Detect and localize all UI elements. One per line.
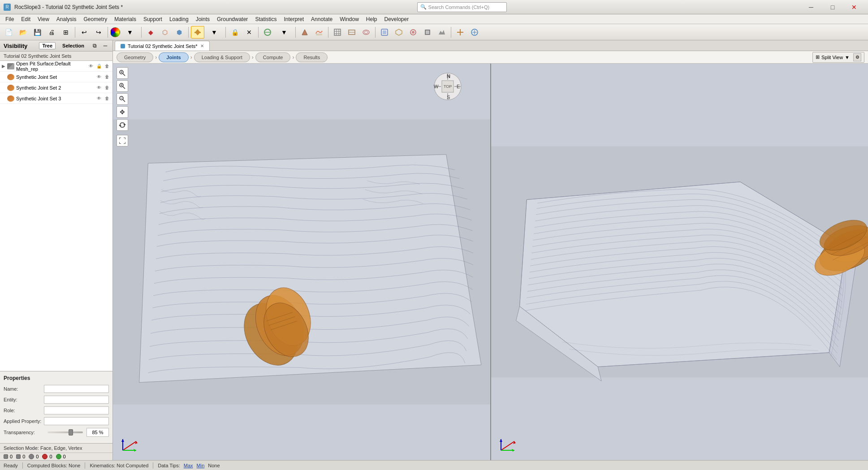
lock-button[interactable]: 🔒 bbox=[228, 26, 242, 39]
new-button[interactable]: 📄 bbox=[2, 26, 15, 39]
transparency-value[interactable]: 85 % bbox=[86, 428, 109, 437]
tree-content[interactable]: ▶ Open Pit Surface:Default Mesh_rep 👁 🔒 … bbox=[0, 61, 112, 371]
rotate-button[interactable] bbox=[117, 119, 128, 131]
clip-dropdown[interactable]: ▼ bbox=[275, 26, 293, 39]
workflow-loading[interactable]: Loading & Support bbox=[194, 52, 250, 62]
display-button1[interactable] bbox=[378, 26, 391, 39]
joint1-visibility-button[interactable]: 👁 bbox=[95, 73, 103, 81]
menu-statistics[interactable]: Statistics bbox=[251, 14, 280, 24]
terrain-lock-button[interactable]: 🔒 bbox=[95, 63, 103, 70]
menu-developer[interactable]: Developer bbox=[381, 14, 413, 24]
menu-loading[interactable]: Loading bbox=[166, 14, 192, 24]
sections-button[interactable] bbox=[345, 26, 358, 39]
prop-role-label: Role: bbox=[4, 408, 44, 413]
menu-groundwater[interactable]: Groundwater bbox=[213, 14, 251, 24]
prop-role-value[interactable] bbox=[44, 406, 109, 414]
menu-view[interactable]: View bbox=[34, 14, 53, 24]
toolbar-separator-7 bbox=[295, 27, 296, 38]
close-button[interactable]: ✕ bbox=[844, 0, 864, 14]
maximize-button[interactable]: □ bbox=[822, 0, 843, 14]
color-button[interactable] bbox=[110, 27, 120, 37]
excavation-button[interactable] bbox=[298, 26, 311, 39]
clip-button[interactable] bbox=[261, 26, 274, 39]
terrain-delete-button[interactable]: 🗑 bbox=[104, 63, 111, 70]
menu-file[interactable]: File bbox=[2, 14, 17, 24]
expand-button[interactable] bbox=[117, 135, 128, 147]
surface-button[interactable] bbox=[312, 26, 326, 39]
menu-edit[interactable]: Edit bbox=[17, 14, 34, 24]
transparency-slider[interactable] bbox=[48, 431, 83, 433]
save-button[interactable]: 💾 bbox=[30, 26, 44, 39]
joint2-delete-button[interactable]: 🗑 bbox=[104, 84, 111, 91]
split-view-controls[interactable]: ⊞ Split View ▼ ⚙ bbox=[812, 52, 864, 63]
split-view-dropdown[interactable]: ▼ bbox=[845, 55, 850, 60]
viewport-right[interactable] bbox=[491, 64, 868, 460]
joint-tool-dropdown[interactable]: ▼ bbox=[205, 26, 223, 39]
pan-button[interactable]: ✥ bbox=[117, 106, 128, 118]
face-button[interactable]: ⬡ bbox=[158, 26, 172, 39]
workflow-joints[interactable]: Joints bbox=[159, 52, 188, 62]
prop-applied-value[interactable] bbox=[44, 417, 109, 425]
body-button[interactable]: ⬢ bbox=[173, 26, 186, 39]
preferences-button[interactable]: ⊞ bbox=[59, 26, 73, 39]
titlebar: R RocSlope3 - Tutorial 02 Synthetic Join… bbox=[0, 0, 868, 14]
terrain-visibility-button[interactable]: 👁 bbox=[87, 63, 95, 70]
tree-item-terrain[interactable]: ▶ Open Pit Surface:Default Mesh_rep 👁 🔒 … bbox=[0, 61, 112, 72]
joint-tool-button[interactable] bbox=[191, 26, 204, 39]
menu-interpret[interactable]: Interpret bbox=[280, 14, 307, 24]
workflow-compute[interactable]: Compute bbox=[255, 52, 291, 62]
prop-name-value[interactable] bbox=[44, 385, 109, 393]
tab-selection[interactable]: Selection bbox=[59, 42, 87, 49]
panel-settings-button[interactable]: ⚙ bbox=[853, 53, 861, 61]
tree-item-joint3[interactable]: Synthetic Joint Set 3 👁 🗑 bbox=[0, 93, 112, 104]
vertex-button[interactable]: ◆ bbox=[144, 26, 157, 39]
panel-collapse-button[interactable]: ─ bbox=[102, 42, 109, 49]
joint3-delete-button[interactable]: 🗑 bbox=[104, 95, 111, 102]
open-button[interactable]: 📂 bbox=[16, 26, 30, 39]
app-icon: R bbox=[4, 4, 11, 11]
display-button4[interactable] bbox=[421, 26, 434, 39]
display-button5[interactable] bbox=[435, 26, 449, 39]
undo-button[interactable]: ↩ bbox=[78, 26, 91, 39]
menu-analysis[interactable]: Analysis bbox=[53, 14, 80, 24]
minimize-button[interactable]: ─ bbox=[801, 0, 821, 14]
viewport-left[interactable]: N S E W TOP bbox=[113, 64, 491, 460]
menu-window[interactable]: Window bbox=[336, 14, 363, 24]
slider-thumb[interactable] bbox=[69, 429, 73, 436]
tab-tree[interactable]: Tree bbox=[39, 42, 56, 49]
panel-detach-button[interactable]: ⧉ bbox=[91, 42, 98, 49]
select-button[interactable]: ▼ bbox=[121, 26, 139, 39]
zoom-fit-button[interactable] bbox=[117, 67, 128, 79]
redo-button[interactable]: ↪ bbox=[92, 26, 105, 39]
main-tab[interactable]: Tutorial 02 Synthetic Joint Sets* ✕ bbox=[115, 41, 210, 51]
joint2-visibility-button[interactable]: 👁 bbox=[95, 84, 103, 91]
display-button3[interactable] bbox=[406, 26, 420, 39]
unlock-button[interactable]: ✕ bbox=[242, 26, 256, 39]
menu-annotate[interactable]: Annotate bbox=[307, 14, 336, 24]
transparency-label: Transparency: bbox=[4, 430, 44, 435]
workflow-results[interactable]: Results bbox=[296, 52, 328, 62]
zoom-in-button[interactable] bbox=[117, 80, 128, 92]
menu-geometry[interactable]: Geometry bbox=[80, 14, 111, 24]
display-button2[interactable] bbox=[392, 26, 406, 39]
tree-item-joint2[interactable]: Synthetic Joint Set 2 👁 🗑 bbox=[0, 82, 112, 93]
tree-item-joint1[interactable]: Synthetic Joint Set 👁 🗑 bbox=[0, 72, 112, 82]
print-button[interactable]: 🖨 bbox=[45, 26, 58, 39]
status-value-4: 0 bbox=[49, 454, 52, 459]
title-search[interactable]: 🔍 Search Commands (Ctrl+Q) bbox=[417, 2, 507, 12]
tree-expand-terrain[interactable]: ▶ bbox=[2, 64, 7, 69]
misc-button2[interactable] bbox=[468, 26, 481, 39]
tab-close-button[interactable]: ✕ bbox=[200, 43, 204, 48]
joint3-visibility-button[interactable]: 👁 bbox=[95, 95, 103, 102]
menu-help[interactable]: Help bbox=[363, 14, 381, 24]
isosurface-button[interactable] bbox=[359, 26, 373, 39]
misc-button1[interactable] bbox=[453, 26, 467, 39]
menu-joints[interactable]: Joints bbox=[192, 14, 213, 24]
menu-materials[interactable]: Materials bbox=[111, 14, 140, 24]
zoom-out-button[interactable] bbox=[117, 93, 128, 105]
mesh-button[interactable] bbox=[331, 26, 344, 39]
joint1-delete-button[interactable]: 🗑 bbox=[104, 73, 111, 81]
workflow-geometry[interactable]: Geometry bbox=[117, 52, 153, 62]
menu-support[interactable]: Support bbox=[140, 14, 166, 24]
prop-entity-value[interactable] bbox=[44, 396, 109, 404]
